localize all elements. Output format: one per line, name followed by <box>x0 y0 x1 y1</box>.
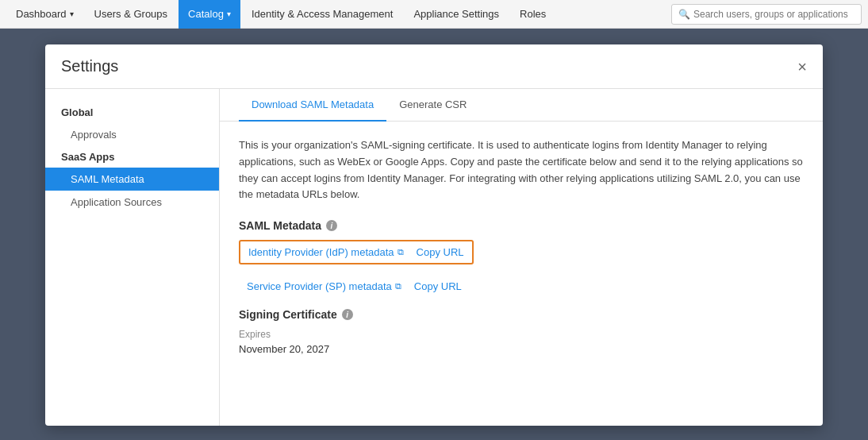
nav-users-groups[interactable]: Users & Groups <box>85 0 177 29</box>
external-link-icon-sp: ⧉ <box>395 281 401 291</box>
nav-dashboard[interactable]: Dashboard ▾ <box>6 0 83 29</box>
external-link-icon: ⧉ <box>398 247 404 257</box>
chevron-down-icon: ▾ <box>227 10 231 18</box>
expires-label: Expires <box>239 329 804 340</box>
idp-metadata-link[interactable]: Identity Provider (IdP) metadata ⧉ <box>248 246 404 258</box>
sidebar-item-saml-metadata[interactable]: SAML Metadata <box>45 168 219 191</box>
idp-metadata-row: Identity Provider (IdP) metadata ⧉ Copy … <box>239 240 474 264</box>
saml-metadata-section-title: SAML Metadata i <box>239 219 804 232</box>
nav-roles-label: Roles <box>520 8 546 20</box>
sidebar-item-app-sources[interactable]: Application Sources <box>45 191 219 214</box>
nav-appliance-label: Appliance Settings <box>413 8 499 20</box>
description-text: This is your organization's SAML-signing… <box>239 137 804 203</box>
search-input[interactable] <box>693 9 855 20</box>
settings-title: Settings <box>61 57 118 75</box>
chevron-down-icon: ▾ <box>70 10 74 18</box>
info-icon: i <box>326 220 337 231</box>
sidebar-section-global: Global <box>45 102 219 123</box>
nav-catalog-label: Catalog <box>188 8 224 20</box>
nav-iam-label: Identity & Access Management <box>252 8 393 20</box>
sp-metadata-link[interactable]: Service Provider (SP) metadata ⧉ <box>247 280 401 292</box>
top-nav: Dashboard ▾ Users & Groups Catalog ▾ Ide… <box>0 0 868 29</box>
nav-roles[interactable]: Roles <box>510 0 555 29</box>
nav-users-groups-label: Users & Groups <box>94 8 167 20</box>
info-icon-cert: i <box>342 309 353 320</box>
nav-appliance[interactable]: Appliance Settings <box>404 0 509 29</box>
nav-catalog[interactable]: Catalog ▾ <box>179 0 240 29</box>
sp-metadata-row: Service Provider (SP) metadata ⧉ Copy UR… <box>247 277 804 295</box>
settings-panel: Settings × Global Approvals SaaS Apps SA… <box>45 44 823 426</box>
expires-value: November 20, 2027 <box>239 343 804 355</box>
content-tabs: Download SAML Metadata Generate CSR <box>220 89 823 122</box>
close-button[interactable]: × <box>797 59 807 75</box>
tab-generate-csr[interactable]: Generate CSR <box>386 89 479 122</box>
settings-body: Global Approvals SaaS Apps SAML Metadata… <box>45 89 823 426</box>
signing-cert-title: Signing Certificate i <box>239 308 804 321</box>
content-body: This is your organization's SAML-signing… <box>220 122 823 371</box>
nav-iam[interactable]: Identity & Access Management <box>242 0 402 29</box>
sp-copy-url-button[interactable]: Copy URL <box>414 280 462 292</box>
tab-download-saml[interactable]: Download SAML Metadata <box>239 89 386 122</box>
search-icon: 🔍 <box>678 9 690 20</box>
signing-cert-section: Signing Certificate i Expires November 2… <box>239 308 804 355</box>
sidebar-section-saas: SaaS Apps <box>45 146 219 168</box>
settings-sidebar: Global Approvals SaaS Apps SAML Metadata… <box>45 89 220 426</box>
settings-header: Settings × <box>45 44 823 89</box>
sidebar-item-approvals[interactable]: Approvals <box>45 123 219 146</box>
idp-copy-url-button[interactable]: Copy URL <box>417 246 464 258</box>
main-area: Settings × Global Approvals SaaS Apps SA… <box>0 29 868 440</box>
settings-content: Download SAML Metadata Generate CSR This… <box>220 89 823 426</box>
nav-dashboard-label: Dashboard <box>16 8 67 20</box>
search-bar: 🔍 <box>671 4 862 25</box>
